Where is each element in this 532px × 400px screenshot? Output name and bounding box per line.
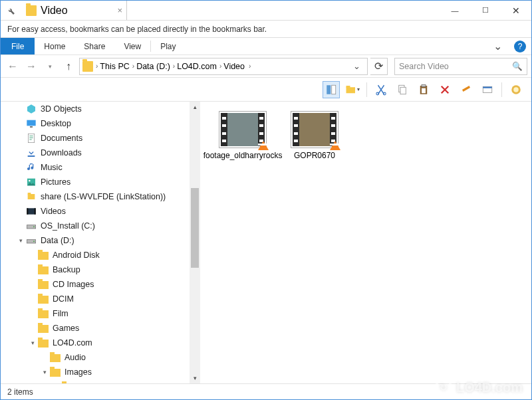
desktop-icon — [26, 118, 37, 129]
recent-dropdown-icon[interactable]: ▾ — [42, 58, 58, 74]
svg-rect-15 — [27, 120, 35, 126]
music-icon — [26, 162, 37, 173]
svg-rect-2 — [346, 87, 356, 93]
tree-item-label: DCIM — [53, 294, 74, 304]
crumb-3[interactable]: Video — [223, 62, 245, 71]
svg-rect-16 — [30, 126, 33, 128]
ribbon-tab-home[interactable]: Home — [35, 38, 74, 54]
crumb-2[interactable]: LO4D.com — [177, 62, 217, 71]
properties-button[interactable] — [479, 81, 496, 98]
folder-icon — [38, 338, 49, 348]
svg-rect-12 — [483, 86, 492, 88]
file-item[interactable]: footage_oldharryrocks — [209, 111, 276, 160]
close-button[interactable]: ✕ — [501, 1, 531, 20]
tree-item-label: Pictures — [41, 177, 70, 187]
tree-item[interactable]: Downloads — [1, 146, 200, 160]
tree-item[interactable]: resized — [1, 379, 200, 383]
tree-item-label: Audio — [65, 353, 86, 362]
tree-scrollbar[interactable]: ▴ ▾ — [190, 102, 200, 383]
tree-item[interactable]: Backup — [1, 262, 200, 277]
tree-item[interactable]: Audio — [1, 350, 200, 365]
tree-item-label: Games — [53, 324, 79, 333]
address-dropdown-icon[interactable]: ⌄ — [349, 61, 364, 71]
svg-point-20 — [29, 180, 31, 182]
tree-item[interactable]: DCIM — [1, 292, 200, 306]
forward-button[interactable]: → — [23, 58, 39, 74]
drive-icon — [26, 235, 37, 246]
svg-point-4 — [376, 92, 379, 95]
file-list[interactable]: footage_oldharryrocksGOPR0670 — [200, 102, 531, 383]
app-button[interactable] — [507, 81, 525, 98]
scrollbar-thumb[interactable] — [191, 188, 199, 268]
close-tab-icon[interactable]: × — [117, 5, 122, 15]
folder-icon — [50, 367, 61, 377]
folder-icon — [26, 5, 37, 16]
view-mode-button[interactable] — [323, 81, 340, 98]
tree-item-label: Desktop — [41, 119, 71, 128]
toolbar: ▾ — [1, 78, 531, 102]
tree-item-label: Videos — [41, 207, 66, 216]
nav-tree[interactable]: 3D ObjectsDesktopDocumentsDownloadsMusic… — [1, 102, 200, 383]
crumb-1[interactable]: Data (D:) — [136, 62, 170, 71]
tree-item-label: Documents — [41, 134, 82, 143]
ribbon-tab-share[interactable]: Share — [74, 38, 114, 54]
back-button[interactable]: ← — [5, 58, 21, 74]
folder-icon — [62, 381, 72, 383]
folder-icon — [50, 352, 61, 363]
tree-item[interactable]: ▾LO4D.com — [1, 336, 200, 350]
folder-icon — [82, 61, 93, 72]
tab-video[interactable]: Video × — [21, 1, 127, 20]
tree-item[interactable]: Pictures — [1, 175, 200, 189]
new-folder-button[interactable]: ▾ — [344, 81, 361, 98]
tree-item[interactable]: share (LS-WVLFDE (LinkStation)) — [1, 189, 200, 204]
tree-item[interactable]: CD Images — [1, 277, 200, 292]
tree-item[interactable]: Android Disk — [1, 248, 200, 262]
svg-rect-24 — [27, 208, 28, 214]
file-label: GOPR0670 — [294, 151, 335, 160]
tree-item[interactable]: Film — [1, 306, 200, 321]
svg-rect-17 — [28, 134, 34, 142]
up-button[interactable]: ↑ — [61, 58, 76, 74]
search-input[interactable]: Search Video 🔍 — [394, 58, 527, 75]
tree-item[interactable]: Music — [1, 160, 200, 175]
tree-item[interactable]: OS_Install (C:) — [1, 219, 200, 233]
refresh-button[interactable]: ⟳ — [370, 58, 388, 75]
help-icon[interactable]: ? — [514, 41, 526, 52]
tree-item[interactable]: 3D Objects — [1, 102, 200, 116]
copy-button[interactable] — [394, 81, 411, 98]
tree-item[interactable]: ▾Data (D:) — [1, 233, 200, 248]
scroll-up-icon[interactable]: ▴ — [190, 102, 200, 112]
download-icon — [26, 148, 37, 158]
delete-button[interactable] — [436, 81, 454, 98]
tree-item[interactable]: Desktop — [1, 116, 200, 131]
ribbon-expand-icon[interactable]: ⌄ — [487, 38, 509, 54]
tree-item-label: Film — [53, 309, 68, 318]
file-item[interactable]: GOPR0670 — [281, 111, 348, 160]
minimize-button[interactable]: — — [440, 1, 470, 20]
svg-rect-9 — [422, 84, 426, 86]
main-pane: 3D ObjectsDesktopDocumentsDownloadsMusic… — [1, 102, 531, 383]
file-menu[interactable]: File — [1, 38, 35, 54]
tree-item[interactable]: ▾Images — [1, 365, 200, 379]
maximize-button[interactable]: ☐ — [470, 1, 501, 20]
tree-item[interactable]: Documents — [1, 131, 200, 146]
tree-item-label: Downloads — [41, 148, 82, 157]
svg-rect-21 — [28, 194, 35, 199]
rename-button[interactable] — [458, 81, 475, 98]
paste-button[interactable] — [415, 81, 432, 98]
tree-item-label: Music — [41, 163, 63, 172]
ribbon-tab-view[interactable]: View — [114, 38, 150, 54]
cut-button[interactable] — [372, 81, 390, 98]
crumb-0[interactable]: This PC — [100, 62, 129, 71]
watermark: ↻LO4D.com — [435, 379, 523, 396]
tree-item[interactable]: Videos — [1, 204, 200, 219]
video-thumb — [291, 111, 338, 148]
tree-item[interactable]: Games — [1, 321, 200, 336]
address-bar[interactable]: ›This PC ›Data (D:) ›LO4D.com ›Video› ⌄ — [79, 58, 368, 75]
scroll-down-icon[interactable]: ▾ — [190, 373, 200, 383]
video-icon — [26, 206, 37, 217]
tree-item-label: 3D Objects — [41, 104, 82, 114]
wrench-icon[interactable] — [1, 1, 21, 20]
tree-item-label: Android Disk — [53, 250, 100, 260]
ribbon-tab-play[interactable]: Play — [151, 38, 185, 54]
